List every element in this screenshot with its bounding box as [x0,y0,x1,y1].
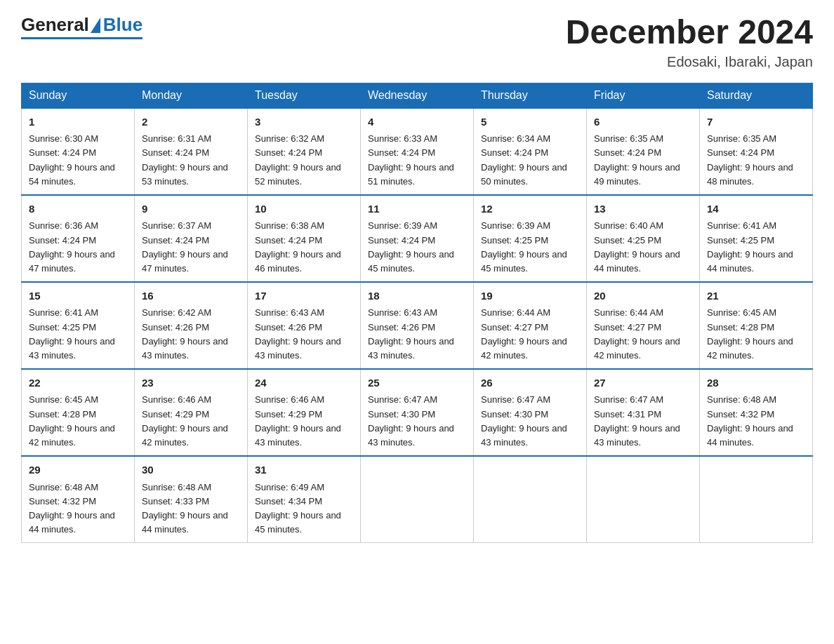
day-number: 2 [142,114,240,130]
calendar-cell [474,456,587,543]
calendar-cell: 14Sunrise: 6:41 AMSunset: 4:25 PMDayligh… [700,195,813,282]
calendar-cell: 27Sunrise: 6:47 AMSunset: 4:31 PMDayligh… [587,369,700,456]
day-number: 14 [707,201,805,217]
day-info: Sunrise: 6:38 AMSunset: 4:24 PMDaylight:… [255,220,341,273]
day-info: Sunrise: 6:44 AMSunset: 4:27 PMDaylight:… [594,307,680,360]
day-info: Sunrise: 6:32 AMSunset: 4:24 PMDaylight:… [255,133,341,186]
calendar-cell [361,456,474,543]
calendar-cell [587,456,700,543]
day-number: 24 [255,375,353,391]
day-number: 27 [594,375,692,391]
calendar-cell: 9Sunrise: 6:37 AMSunset: 4:24 PMDaylight… [135,195,248,282]
day-number: 3 [255,114,353,130]
calendar-cell: 29Sunrise: 6:48 AMSunset: 4:32 PMDayligh… [22,456,135,543]
day-info: Sunrise: 6:39 AMSunset: 4:24 PMDaylight:… [368,220,454,273]
calendar-cell: 10Sunrise: 6:38 AMSunset: 4:24 PMDayligh… [248,195,361,282]
calendar-cell: 15Sunrise: 6:41 AMSunset: 4:25 PMDayligh… [22,282,135,369]
calendar-cell: 30Sunrise: 6:48 AMSunset: 4:33 PMDayligh… [135,456,248,543]
day-number: 13 [594,201,692,217]
day-info: Sunrise: 6:47 AMSunset: 4:30 PMDaylight:… [481,394,567,447]
day-number: 10 [255,201,353,217]
calendar-cell: 8Sunrise: 6:36 AMSunset: 4:24 PMDaylight… [22,195,135,282]
weekday-header-wednesday: Wednesday [361,83,474,108]
day-number: 21 [707,288,805,304]
day-info: Sunrise: 6:44 AMSunset: 4:27 PMDaylight:… [481,307,567,360]
weekday-header-row: SundayMondayTuesdayWednesdayThursdayFrid… [22,83,813,108]
calendar-cell: 31Sunrise: 6:49 AMSunset: 4:34 PMDayligh… [248,456,361,543]
day-info: Sunrise: 6:37 AMSunset: 4:24 PMDaylight:… [142,220,228,273]
day-number: 17 [255,288,353,304]
weekday-header-saturday: Saturday [700,83,813,108]
week-row-3: 15Sunrise: 6:41 AMSunset: 4:25 PMDayligh… [22,282,813,369]
logo-blue-text: Blue [103,14,143,36]
day-number: 9 [142,201,240,217]
weekday-header-friday: Friday [587,83,700,108]
calendar-cell: 23Sunrise: 6:46 AMSunset: 4:29 PMDayligh… [135,369,248,456]
day-info: Sunrise: 6:45 AMSunset: 4:28 PMDaylight:… [707,307,793,360]
day-number: 8 [29,201,127,217]
logo: General Blue [21,14,143,39]
day-info: Sunrise: 6:30 AMSunset: 4:24 PMDaylight:… [29,133,115,186]
calendar-cell: 20Sunrise: 6:44 AMSunset: 4:27 PMDayligh… [587,282,700,369]
day-number: 12 [481,201,579,217]
calendar-cell: 16Sunrise: 6:42 AMSunset: 4:26 PMDayligh… [135,282,248,369]
day-info: Sunrise: 6:36 AMSunset: 4:24 PMDaylight:… [29,220,115,273]
calendar-cell: 2Sunrise: 6:31 AMSunset: 4:24 PMDaylight… [135,108,248,195]
day-number: 19 [481,288,579,304]
calendar-cell: 3Sunrise: 6:32 AMSunset: 4:24 PMDaylight… [248,108,361,195]
weekday-header-thursday: Thursday [474,83,587,108]
title-area: December 2024 Edosaki, Ibaraki, Japan [566,14,813,70]
logo-underline [21,37,143,39]
month-year-title: December 2024 [566,14,813,51]
day-info: Sunrise: 6:43 AMSunset: 4:26 PMDaylight:… [368,307,454,360]
day-number: 1 [29,114,127,130]
day-number: 18 [368,288,466,304]
calendar-cell: 25Sunrise: 6:47 AMSunset: 4:30 PMDayligh… [361,369,474,456]
calendar-cell: 19Sunrise: 6:44 AMSunset: 4:27 PMDayligh… [474,282,587,369]
day-info: Sunrise: 6:48 AMSunset: 4:32 PMDaylight:… [707,394,793,447]
calendar-cell: 22Sunrise: 6:45 AMSunset: 4:28 PMDayligh… [22,369,135,456]
calendar-cell: 11Sunrise: 6:39 AMSunset: 4:24 PMDayligh… [361,195,474,282]
day-number: 7 [707,114,805,130]
day-number: 25 [368,375,466,391]
day-number: 26 [481,375,579,391]
day-number: 5 [481,114,579,130]
day-info: Sunrise: 6:48 AMSunset: 4:33 PMDaylight:… [142,482,228,535]
week-row-4: 22Sunrise: 6:45 AMSunset: 4:28 PMDayligh… [22,369,813,456]
day-info: Sunrise: 6:40 AMSunset: 4:25 PMDaylight:… [594,220,680,273]
weekday-header-sunday: Sunday [22,83,135,108]
week-row-1: 1Sunrise: 6:30 AMSunset: 4:24 PMDaylight… [22,108,813,195]
day-number: 29 [29,462,127,478]
day-number: 22 [29,375,127,391]
day-number: 28 [707,375,805,391]
day-info: Sunrise: 6:41 AMSunset: 4:25 PMDaylight:… [707,220,793,273]
day-number: 16 [142,288,240,304]
day-info: Sunrise: 6:47 AMSunset: 4:30 PMDaylight:… [368,394,454,447]
day-info: Sunrise: 6:31 AMSunset: 4:24 PMDaylight:… [142,133,228,186]
calendar-cell: 28Sunrise: 6:48 AMSunset: 4:32 PMDayligh… [700,369,813,456]
calendar-cell: 5Sunrise: 6:34 AMSunset: 4:24 PMDaylight… [474,108,587,195]
calendar-cell: 7Sunrise: 6:35 AMSunset: 4:24 PMDaylight… [700,108,813,195]
week-row-5: 29Sunrise: 6:48 AMSunset: 4:32 PMDayligh… [22,456,813,543]
page-header: General Blue December 2024 Edosaki, Ibar… [21,14,813,70]
calendar-cell: 6Sunrise: 6:35 AMSunset: 4:24 PMDaylight… [587,108,700,195]
day-info: Sunrise: 6:46 AMSunset: 4:29 PMDaylight:… [142,394,228,447]
day-info: Sunrise: 6:35 AMSunset: 4:24 PMDaylight:… [594,133,680,186]
calendar-cell: 26Sunrise: 6:47 AMSunset: 4:30 PMDayligh… [474,369,587,456]
calendar-cell: 1Sunrise: 6:30 AMSunset: 4:24 PMDaylight… [22,108,135,195]
calendar-cell [700,456,813,543]
day-info: Sunrise: 6:33 AMSunset: 4:24 PMDaylight:… [368,133,454,186]
weekday-header-monday: Monday [135,83,248,108]
calendar-cell: 4Sunrise: 6:33 AMSunset: 4:24 PMDaylight… [361,108,474,195]
calendar-cell: 12Sunrise: 6:39 AMSunset: 4:25 PMDayligh… [474,195,587,282]
day-info: Sunrise: 6:42 AMSunset: 4:26 PMDaylight:… [142,307,228,360]
day-number: 30 [142,462,240,478]
day-info: Sunrise: 6:39 AMSunset: 4:25 PMDaylight:… [481,220,567,273]
calendar-table: SundayMondayTuesdayWednesdayThursdayFrid… [21,83,813,543]
calendar-cell: 18Sunrise: 6:43 AMSunset: 4:26 PMDayligh… [361,282,474,369]
day-info: Sunrise: 6:48 AMSunset: 4:32 PMDaylight:… [29,482,115,535]
day-number: 20 [594,288,692,304]
day-number: 11 [368,201,466,217]
calendar-cell: 13Sunrise: 6:40 AMSunset: 4:25 PMDayligh… [587,195,700,282]
logo-triangle-icon [91,18,100,33]
